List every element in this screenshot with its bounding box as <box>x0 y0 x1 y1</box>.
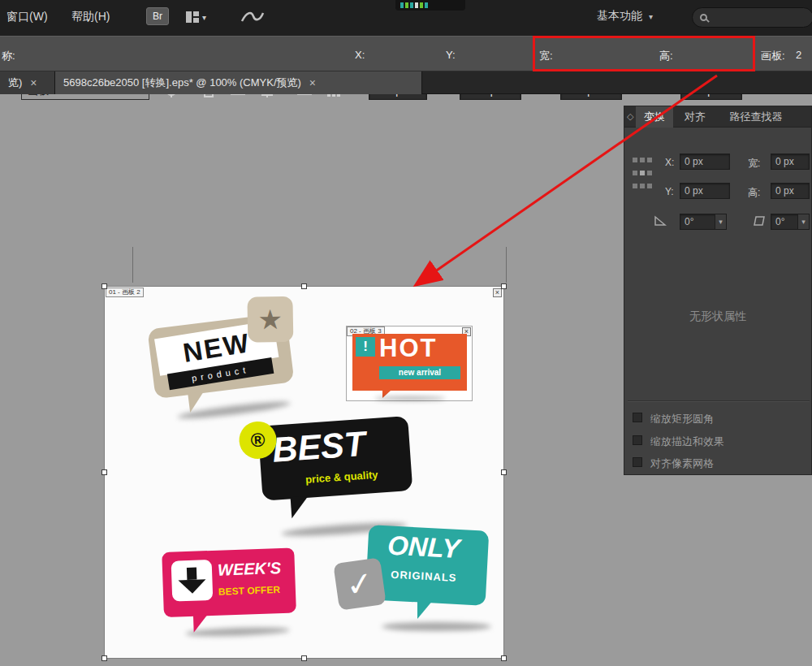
bridge-button[interactable]: Br <box>146 7 169 25</box>
selection-handle[interactable] <box>501 655 507 661</box>
dock-color-chip <box>415 2 418 8</box>
artboards-count-label: 画板: <box>761 49 785 63</box>
bubble-tail <box>193 614 209 633</box>
document-tab-label: 览) <box>8 76 22 90</box>
panel-y-field[interactable]: 0 px <box>680 183 730 199</box>
dock-color-chip <box>410 2 413 8</box>
exclamation-icon: ! <box>356 337 375 357</box>
artboard-name-label: 称: <box>2 49 15 63</box>
tab-pathfinder[interactable]: 路径查找器 <box>717 106 795 128</box>
badge-title: WEEK'S <box>218 559 282 580</box>
speech-bubble: WEEK'S BEST OFFER <box>162 547 296 617</box>
document-tab-label: 5698c26be2050 [转换].eps* @ 100% (CMYK/预览) <box>63 76 301 90</box>
menu-help[interactable]: 帮助(H) <box>71 10 110 24</box>
panel-height-label: 高: <box>748 186 760 200</box>
selection-handle[interactable] <box>501 283 507 289</box>
selection-handle[interactable] <box>501 469 507 475</box>
panel-divider <box>628 400 810 402</box>
grid-layout-icon <box>185 11 200 24</box>
y-label: Y: <box>446 49 456 61</box>
down-arrow-icon <box>178 579 206 594</box>
selection-handle[interactable] <box>102 283 107 289</box>
dock-color-chip <box>420 2 423 8</box>
artboard-2[interactable]: 01 - 画板 2 × NEW product ★ 02 - 画板 3 × ! … <box>104 286 504 659</box>
reference-point-icon[interactable] <box>632 157 653 189</box>
badge-title: HOT <box>379 332 437 365</box>
crop-mark <box>506 247 507 283</box>
workspace-label: 基本功能 <box>597 9 642 24</box>
dock-color-chip <box>400 2 404 8</box>
no-shape-properties-text: 无形状属性 <box>624 309 811 324</box>
document-tab-bar: 览) × 5698c26be2050 [转换].eps* @ 100% (CMY… <box>0 71 812 94</box>
align-pixel-grid-label: 对齐像素网格 <box>650 456 714 471</box>
tab-align[interactable]: 对齐 <box>678 106 712 128</box>
width-label: 宽: <box>539 49 553 63</box>
badge-hot[interactable]: ! HOT new arrival <box>352 334 467 391</box>
badge-only[interactable]: ONLY ORIGINALS ✓ <box>336 526 495 636</box>
document-tab-partial[interactable]: 览) × <box>0 71 55 94</box>
bubble-tail <box>188 391 206 413</box>
panel-width-field[interactable]: 0 px <box>771 154 810 170</box>
shear-angle-select[interactable]: 0° ▾ <box>771 214 810 230</box>
bubble-tail <box>417 599 434 619</box>
collapse-panel-icon[interactable]: ◇ <box>627 111 633 122</box>
panel-height-field[interactable]: 0 px <box>771 183 810 199</box>
selection-handle[interactable] <box>102 655 107 661</box>
document-tab-active[interactable]: 5698c26be2050 [转换].eps* @ 100% (CMYK/预览)… <box>55 71 422 94</box>
workspace-switcher[interactable]: 基本功能 ▾ <box>597 9 653 24</box>
selection-handle[interactable] <box>301 655 307 661</box>
dropdown-icon[interactable]: ▾ <box>797 214 809 229</box>
rotate-angle-value: 0° <box>685 216 693 227</box>
stylus-button[interactable] <box>240 7 265 27</box>
arrow-tile <box>171 560 214 602</box>
dropdown-icon[interactable]: ▾ <box>715 214 726 229</box>
panel-width-label: 宽: <box>748 157 760 171</box>
scale-corners-checkbox[interactable] <box>633 413 642 422</box>
search-input[interactable] <box>692 7 812 28</box>
tab-transform[interactable]: 变换 <box>636 106 673 128</box>
artboard-3[interactable]: 02 - 画板 3 × ! HOT new arrival <box>346 326 473 401</box>
rotate-angle-select[interactable]: 0° ▾ <box>680 214 727 230</box>
control-bar: 称: 画板 2 <box>0 36 812 71</box>
artboards-count-value: 2 <box>796 49 801 61</box>
scale-strokes-checkbox[interactable] <box>633 435 642 445</box>
badge-subtitle: ORIGINALS <box>391 569 457 584</box>
dock-color-chip <box>425 2 428 8</box>
badge-subtitle: price & quality <box>305 469 378 486</box>
selection-handle[interactable] <box>102 469 107 475</box>
crop-mark <box>132 247 133 283</box>
panel-x-field[interactable]: 0 px <box>680 154 730 170</box>
illustrator-window: 窗口(W) 帮助(H) Br ▾ 基本功能 ▾ <box>0 0 812 666</box>
check-icon: ✓ <box>333 557 387 611</box>
badge-title: BEST <box>270 421 366 473</box>
close-icon[interactable]: × <box>30 77 37 89</box>
minimized-dock-strip[interactable] <box>395 0 465 11</box>
bubble-tail <box>291 496 310 518</box>
dropdown-icon: ▾ <box>202 13 206 22</box>
badge-weeks[interactable]: WEEK'S BEST OFFER <box>162 547 307 638</box>
scale-strokes-label: 缩放描边和效果 <box>650 435 724 449</box>
arrange-documents-button[interactable]: ▾ <box>185 7 206 27</box>
stylus-icon <box>240 8 265 26</box>
menu-window[interactable]: 窗口(W) <box>6 10 48 24</box>
transform-panel: ◇ 变换 对齐 路径查找器 X: 0 px 宽: 0 px Y: 0 px 高:… <box>624 106 812 475</box>
close-icon[interactable]: × <box>309 77 316 89</box>
scale-corners-label: 缩放矩形圆角 <box>650 412 714 426</box>
badge-shadow <box>382 622 491 631</box>
artboard-label: 01 - 画板 2 <box>106 288 144 297</box>
delete-artboard-icon[interactable]: × <box>493 288 502 297</box>
badge-best[interactable]: BEST price & quality ® <box>235 411 421 545</box>
speech-bubble: BEST price & quality <box>257 416 412 501</box>
panel-x-label: X: <box>665 157 674 168</box>
star-icon: ★ <box>247 296 293 343</box>
dock-color-chip <box>405 2 408 8</box>
height-label: 高: <box>659 49 673 63</box>
align-pixel-grid-checkbox[interactable] <box>633 457 642 467</box>
badge-new-product[interactable]: NEW product ★ <box>140 291 329 433</box>
badge-title: ONLY <box>387 527 460 567</box>
selection-handle[interactable] <box>301 283 307 289</box>
badge-subtitle: BEST OFFER <box>218 584 280 598</box>
dropdown-icon: ▾ <box>649 12 653 21</box>
shear-angle-value: 0° <box>775 216 784 227</box>
menu-bar: 窗口(W) 帮助(H) Br ▾ 基本功能 ▾ <box>0 0 812 36</box>
